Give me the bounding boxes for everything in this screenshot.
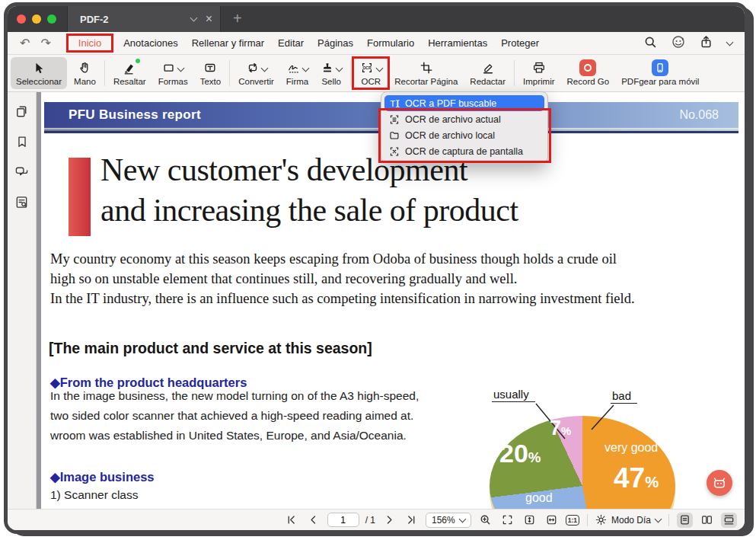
toolbar-button-seleccionar[interactable]: Seleccionar	[11, 57, 67, 89]
page-thumbnails-icon[interactable]	[14, 104, 29, 122]
scan-document-icon	[389, 114, 400, 125]
left-panel-sidebar	[8, 92, 37, 509]
section-title: [The main product and service at this se…	[49, 340, 372, 357]
headline-red-bar	[69, 158, 91, 236]
chevron-down-icon	[177, 64, 185, 72]
menubar-chevron-down-icon[interactable]	[726, 38, 734, 46]
single-page-view-button[interactable]	[677, 513, 693, 528]
share-icon[interactable]	[700, 35, 713, 51]
maximize-window-button[interactable]	[47, 14, 56, 24]
last-page-button[interactable]	[404, 513, 419, 528]
highlighter-icon	[123, 60, 136, 75]
statusbar-divider	[587, 514, 588, 526]
toolbar-button-imprimir[interactable]: Imprimir	[518, 57, 560, 89]
zoom-in-button[interactable]	[477, 513, 493, 528]
app-window: PDF-2 × + ↶ ↷ Inicio Anotaciones Rellena…	[8, 6, 745, 530]
statusbar-divider	[668, 514, 669, 526]
close-window-button[interactable]	[17, 14, 26, 24]
convert-icon	[246, 60, 267, 75]
tab-proteger[interactable]: Proteger	[501, 37, 539, 49]
tab-chevron-down-icon[interactable]	[190, 14, 197, 22]
first-page-button[interactable]	[283, 513, 299, 528]
page-total-label: / 1	[365, 515, 375, 526]
subsection-image-business: ◆Image business	[50, 470, 155, 484]
screenshot-capture-icon	[389, 146, 400, 157]
tab-rellenar-y-firmar[interactable]: Rellenar y firmar	[192, 37, 264, 49]
slice-value-very-good: 47%	[614, 462, 659, 494]
fit-height-button[interactable]	[522, 513, 537, 528]
toolbar-button-recortar-pagina[interactable]: Recortar Página	[389, 57, 463, 89]
tab-herramientas[interactable]: Herramientas	[428, 37, 487, 49]
select-cursor-icon	[32, 60, 46, 75]
zoom-level-select[interactable]: 156%	[426, 513, 471, 528]
redact-marker-icon	[481, 60, 495, 75]
toolbar-button-texto[interactable]: Texto	[195, 57, 227, 89]
minimize-window-button[interactable]	[32, 14, 41, 24]
tab-paginas[interactable]: Páginas	[317, 37, 353, 49]
shapes-icon	[162, 60, 183, 75]
day-mode-select[interactable]: Modo Día	[595, 514, 661, 526]
menu-item-ocr-a-pdf-buscable[interactable]: OCR a PDF buscable	[384, 95, 544, 111]
two-page-view-button[interactable]	[699, 513, 715, 528]
comments-icon[interactable]	[14, 165, 29, 182]
toolbar-button-mano[interactable]: Mano	[69, 57, 101, 89]
intro-paragraph: My country economy at this season keeps …	[50, 249, 635, 308]
previous-page-button[interactable]	[305, 513, 321, 528]
fit-width-button[interactable]	[544, 513, 560, 528]
menu-item-ocr-archivo-actual[interactable]: OCR de archivo actual	[384, 111, 544, 127]
subsection1-text: In the image business, the new model tur…	[50, 386, 419, 446]
report-number: No.068	[679, 108, 719, 122]
tab-inicio[interactable]: Inicio	[66, 34, 113, 53]
status-dot	[136, 59, 140, 63]
page-number-input[interactable]	[327, 513, 359, 527]
new-tab-button[interactable]: +	[233, 10, 242, 27]
toolbar-button-resaltar[interactable]: Resaltar	[108, 57, 152, 89]
toolbar-button-ocr[interactable]: OCR OCR	[354, 57, 388, 89]
tab-close-icon[interactable]: ×	[206, 13, 212, 25]
fit-page-button[interactable]	[499, 513, 515, 528]
chevron-down-icon	[655, 515, 662, 522]
chevron-down-icon	[336, 64, 343, 72]
actual-size-button[interactable]: 1:1	[566, 515, 579, 526]
toolbar-button-convertir[interactable]: Convertir	[233, 57, 279, 89]
bookmark-icon[interactable]	[15, 135, 29, 152]
assistant-robot-button[interactable]	[707, 470, 732, 496]
record-go-icon	[579, 60, 596, 75]
document-tab[interactable]: PDF-2 ×	[67, 6, 221, 32]
crop-icon	[419, 60, 433, 75]
chevron-down-icon	[376, 64, 384, 72]
ai-translate-icon[interactable]	[671, 35, 685, 51]
toolbar-divider	[229, 60, 230, 86]
slice-label-very-good: very good	[604, 441, 658, 455]
menu-item-ocr-archivo-local[interactable]: OCR de archivo local	[384, 127, 544, 143]
toolbar-button-record-go[interactable]: Record Go	[562, 57, 615, 89]
menu-item-ocr-captura-pantalla[interactable]: OCR de captura de pantalla	[384, 143, 544, 159]
toolbar-button-firma[interactable]: Firma	[281, 57, 314, 89]
search-icon[interactable]	[644, 36, 657, 51]
redo-icon[interactable]: ↷	[40, 36, 50, 50]
toolbar-divider	[350, 60, 351, 86]
ocr-dropdown-menu: OCR a PDF buscable OCR de archivo actual…	[381, 91, 548, 163]
chevron-down-icon	[458, 515, 466, 522]
mobile-phone-icon	[652, 60, 668, 75]
next-page-button[interactable]	[381, 513, 397, 528]
toolbar: Seleccionar Mano Resaltar Formas Texto C…	[8, 55, 745, 92]
tab-title: PDF-2	[80, 14, 191, 25]
toolbar-button-formas[interactable]: Formas	[153, 57, 193, 89]
toolbar-button-sello[interactable]: Sello	[315, 57, 347, 89]
printer-icon	[532, 60, 546, 75]
tab-editar[interactable]: Editar	[278, 37, 304, 49]
toolbar-button-pdfgear-movil[interactable]: PDFgear para móvil	[616, 57, 704, 89]
undo-icon[interactable]: ↶	[20, 36, 30, 50]
continuous-scroll-view-button[interactable]	[721, 513, 737, 528]
toolbar-button-redactar[interactable]: Redactar	[464, 57, 511, 89]
toolbar-divider	[514, 60, 515, 86]
tab-formulario[interactable]: Formulario	[367, 37, 414, 49]
text-cursor-icon	[389, 98, 400, 109]
ocr-icon: OCR	[359, 60, 382, 75]
annotation-list-icon[interactable]	[14, 195, 29, 212]
tab-anotaciones[interactable]: Anotaciones	[123, 37, 178, 49]
report-title: PFU Business report	[69, 107, 201, 123]
chevron-down-icon	[301, 64, 309, 72]
slice-value-bad: 7%	[550, 417, 571, 440]
